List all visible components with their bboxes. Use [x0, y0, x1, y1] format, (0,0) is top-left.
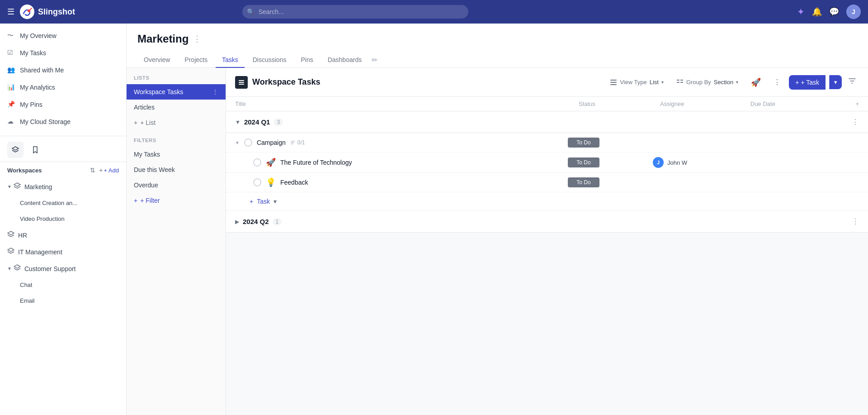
notifications-icon[interactable]: 🔔 — [812, 7, 822, 17]
tab-dashboards[interactable]: Dashboards — [321, 52, 368, 68]
user-avatar[interactable]: J — [846, 5, 861, 19]
chevron-down-icon: ▾ — [834, 79, 837, 86]
add-filter-button[interactable]: + + Filter — [127, 193, 226, 208]
list-item-workspace-tasks[interactable]: Workspace Tasks ⋮ — [127, 84, 226, 100]
task-collapse-icon[interactable]: ▼ — [235, 140, 240, 145]
sidebar-item-my-tasks[interactable]: ☑ My Tasks — [0, 44, 126, 62]
filter-item-overdue[interactable]: Overdue — [127, 177, 226, 193]
workspace-item-it-management[interactable]: IT Management ⋯ — [0, 243, 126, 260]
group-row-2024-q2[interactable]: ▶ 2024 Q2 1 ⋮ — [226, 211, 868, 233]
tab-overview[interactable]: Overview — [137, 52, 176, 68]
sidebar-item-label: Shared with Me — [20, 67, 64, 74]
page-title-more-icon[interactable]: ⋮ — [193, 34, 201, 44]
sidebar-tab-layers[interactable] — [7, 142, 24, 158]
task-subtask-info: 0/1 — [290, 139, 305, 146]
add-task-dropdown-button[interactable]: ▾ — [829, 75, 842, 89]
task-emoji: 🚀 — [266, 157, 276, 167]
list-item-articles[interactable]: Articles ⋮ — [127, 100, 226, 115]
group-name: 2024 Q2 — [243, 218, 269, 225]
add-task-inline-button[interactable]: + Task ▾ — [226, 192, 868, 211]
tab-pins[interactable]: Pins — [294, 52, 319, 68]
table-header: Title Status Assignee Due Date + — [226, 97, 868, 111]
svg-rect-5 — [610, 80, 617, 81]
task-status-cell: To Do — [568, 177, 649, 187]
list-item-label: Articles — [134, 104, 212, 111]
workspace-child-content-creation[interactable]: Content Creation an... ⋯ — [0, 195, 126, 211]
plus-icon: + — [134, 197, 137, 204]
workspace-item-hr[interactable]: HR ⋯ — [0, 227, 126, 243]
group-by-button[interactable]: Group By Section ▾ — [672, 76, 743, 89]
workspace-child-chat[interactable]: Chat ⋯ — [0, 277, 126, 293]
sidebar-item-label: My Tasks — [20, 49, 46, 57]
task-checkbox[interactable] — [253, 158, 261, 167]
logo-icon — [20, 5, 34, 19]
edit-tabs-icon[interactable]: ✏ — [370, 54, 379, 66]
workspace-item-customer-support[interactable]: ▼ Customer Support ⋯ — [0, 260, 126, 277]
filter-item-my-tasks[interactable]: My Tasks — [127, 147, 226, 162]
status-badge: To Do — [568, 157, 599, 167]
more-options-button[interactable]: ⋮ — [769, 75, 785, 89]
list-item-dots-icon[interactable]: ⋮ — [212, 88, 218, 95]
bookmark-icon — [31, 146, 39, 154]
page-tabs: Overview Projects Tasks Discussions Pins… — [137, 52, 857, 67]
hamburger-icon[interactable]: ☰ — [7, 7, 14, 17]
search-input[interactable] — [242, 5, 468, 19]
lists-section-label: LISTS — [127, 75, 226, 84]
filters-section-label: FILTERS — [127, 130, 226, 147]
tab-projects[interactable]: Projects — [178, 52, 214, 68]
sidebar-tabs — [0, 138, 126, 162]
group-dots-icon[interactable]: ⋮ — [852, 118, 859, 126]
ai-sparkle-icon[interactable]: ✦ — [797, 6, 805, 17]
task-area: Workspace Tasks View Type List — [226, 68, 868, 415]
workspace-child-name: Content Creation an... — [20, 200, 112, 206]
messages-icon[interactable]: 💬 — [829, 7, 839, 17]
assignee-name: John W — [667, 159, 687, 166]
table-row: 🚀 The Future of Technology To Do J John … — [226, 153, 868, 173]
sidebar-item-shared-with-me[interactable]: 👥 Shared with Me — [0, 62, 126, 79]
add-filter-label: + Filter — [140, 197, 160, 204]
sort-workspaces-button[interactable]: ⇅ — [90, 167, 95, 174]
workspace-child-video-production[interactable]: Video Production ⋯ — [0, 211, 126, 227]
task-checkbox[interactable] — [244, 138, 252, 147]
search-bar[interactable]: 🔍 — [242, 5, 468, 19]
subtask-icon — [290, 140, 296, 145]
table-row: ▼ Campaign 0/1 To Do — [226, 133, 868, 153]
add-column-button[interactable]: + — [841, 100, 859, 107]
add-list-button[interactable]: + + List — [127, 115, 226, 130]
add-workspace-button[interactable]: + + Add — [99, 167, 119, 174]
sidebar-item-my-cloud-storage[interactable]: ☁ My Cloud Storage — [0, 113, 126, 130]
sidebar-item-my-analytics[interactable]: 📊 My Analytics — [0, 79, 126, 96]
group-by-label: Group By — [686, 79, 711, 86]
layers-icon — [7, 231, 14, 239]
add-task-button[interactable]: + + Task — [789, 75, 826, 90]
rocket-icon-button[interactable]: 🚀 — [746, 75, 765, 90]
task-title-cell: 🚀 The Future of Technology — [253, 157, 564, 167]
sidebar-item-my-pins[interactable]: 📌 My Pins — [0, 96, 126, 113]
layers-icon — [11, 146, 19, 154]
sidebar-item-label: My Pins — [20, 101, 42, 108]
view-type-button[interactable]: View Type List ▾ — [605, 76, 668, 89]
tab-discussions[interactable]: Discussions — [246, 52, 293, 68]
chevron-down-icon: ▾ — [274, 198, 277, 205]
group-collapse-icon: ▼ — [235, 119, 241, 125]
group-dots-icon[interactable]: ⋮ — [852, 217, 859, 226]
group-by-icon — [676, 79, 684, 86]
task-checkbox[interactable] — [253, 178, 261, 186]
expand-arrow-icon: ▼ — [7, 184, 12, 189]
sidebar-item-label: My Cloud Storage — [20, 118, 71, 125]
workspace-child-email[interactable]: Email ⋯ — [0, 293, 126, 309]
group-row-2024-q1[interactable]: ▼ 2024 Q1 3 ⋮ — [226, 111, 868, 133]
task-title-cell: 💡 Feedback — [253, 177, 564, 187]
group-count: 1 — [273, 218, 282, 225]
workspace-item-marketing[interactable]: ▼ Marketing ⋯ — [0, 178, 126, 195]
plus-icon: + — [250, 198, 253, 205]
sidebar-tab-bookmark[interactable] — [27, 142, 43, 158]
sidebar-item-my-overview[interactable]: 〜 My Overview — [0, 27, 126, 44]
tab-tasks[interactable]: Tasks — [216, 52, 245, 68]
task-name: Feedback — [280, 179, 308, 186]
check-square-icon: ☑ — [7, 49, 15, 57]
view-type-label: View Type — [620, 79, 647, 86]
filter-item-due-this-week[interactable]: Due this Week — [127, 162, 226, 177]
group-name: 2024 Q1 — [244, 118, 270, 126]
filter-button[interactable] — [845, 74, 859, 90]
